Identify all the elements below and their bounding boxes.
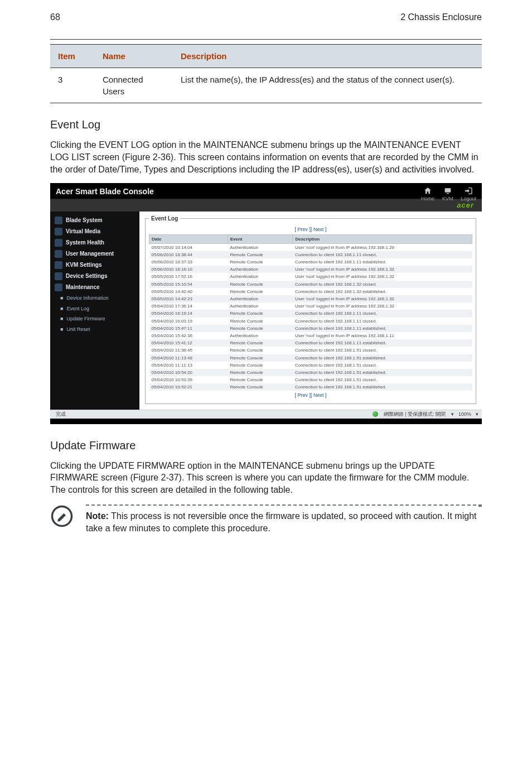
svg-rect-1 [447,193,449,194]
wrench-icon [55,284,62,291]
elog-cell-event: Remote Console [228,251,293,258]
elog-cell-desc: User 'root' logged in from IP address 19… [293,332,472,339]
status-net-label: 網際網路 | 受保護模式: 關閉 [384,411,446,418]
event-log-fieldset: Event Log [ Prev ][ Next ] Date Event De… [145,215,476,404]
elog-cell-date: 05/07/2010 10:14:04 [149,243,228,251]
console-title: Acer Smart Blade Console [56,186,154,198]
elog-cell-date: 05/04/2010 16:19:14 [149,310,228,317]
elog-cell-desc: Connection to client 192.168.1.32 closed… [293,281,472,288]
sidebar-sub-label: Unit Reset [66,326,90,333]
elog-row: 05/04/2010 10:54:20Remote ConsoleConnect… [149,369,472,376]
chapter-title: 2 Chassis Enclosure [400,11,482,23]
bullet-icon: ■ [60,315,63,323]
elog-row: 05/06/2010 18:38:44Remote ConsoleConnect… [149,251,472,258]
elog-cell-date: 05/04/2010 15:41:12 [149,339,228,347]
elog-cell-desc: Connection to client 192.168.1.11 closed… [293,318,472,325]
elog-cell-desc: Connection to client 192.168.1.11 closed… [293,310,472,317]
elog-cell-desc: Connection to client 192.168.1.51 establ… [293,369,472,376]
sidebar-label: System Health [66,239,104,247]
elog-cell-date: 05/04/2010 11:11:13 [149,362,228,369]
sidebar-label: KVM Settings [66,261,101,269]
elog-cell-event: Remote Console [228,318,293,325]
elog-row: 05/05/2010 15:10:54Remote ConsoleConnect… [149,281,472,288]
header-rule [50,39,482,40]
sidebar-item-device-settings[interactable]: Device Settings [50,271,139,282]
page-number: 68 [50,11,60,23]
elog-row: 05/04/2010 10:53:39Remote ConsoleConnect… [149,376,472,383]
sidebar-item-kvm-settings[interactable]: KVM Settings [50,260,139,271]
zoom-dropdown-icon[interactable]: ▾ [476,411,478,418]
elog-cell-event: Remote Console [228,383,293,391]
elog-cell-date: 05/04/2010 15:42:38 [149,332,228,339]
note-divider [86,504,482,507]
elog-cell-desc: Connection to client 192.168.1.51 closed… [293,376,472,383]
elog-cell-event: Remote Console [228,376,293,383]
sidebar-item-blade-system[interactable]: Blade System [50,215,139,226]
elog-row: 05/04/2010 17:36:14AuthenticationUser 'r… [149,302,472,310]
bullet-icon: ■ [60,295,63,302]
zoom-dropdown-icon[interactable]: ▾ [451,411,454,418]
event-log-legend: Event Log [149,215,180,223]
sidebar-sub-update-firmware[interactable]: ■Update Firmware [50,314,139,324]
elog-cell-event: Remote Console [228,362,293,369]
sidebar-item-maintenance[interactable]: Maintenance [50,282,139,293]
cell-item: 3 [50,68,95,103]
elog-th-desc: Description [293,234,472,243]
elog-cell-event: Remote Console [228,369,293,376]
update-firmware-paragraph: Clicking the UPDATE FIRMWARE option in t… [50,460,482,496]
logout-label: Logout [461,195,476,203]
elog-cell-date: 05/05/2010 14:42:23 [149,295,228,302]
elog-cell-desc: Connection to client 192.168.1.51 establ… [293,383,472,391]
event-log-heading: Event Log [50,117,482,132]
elog-cell-date: 05/04/2010 11:13:48 [149,354,228,362]
elog-cell-desc: Connection to client 192.168.1.32 establ… [293,288,472,295]
elog-row: 05/04/2010 16:03:19Remote ConsoleConnect… [149,318,472,325]
sidebar-sub-label: Event Log [66,305,89,313]
event-log-pager-top[interactable]: [ Prev ][ Next ] [149,226,472,233]
sidebar-label: Maintenance [66,284,100,291]
elog-cell-desc: User 'root' logged in from IP address 19… [293,243,472,251]
sidebar-sub-label: Update Firmware [66,315,105,323]
kvm-icon[interactable]: KVM [442,186,453,203]
brand-bar: acer [50,199,482,212]
bullet-icon: ■ [60,326,63,333]
elog-cell-date: 05/06/2010 18:38:44 [149,251,228,258]
sidebar-item-virtual-media[interactable]: Virtual Media [50,226,139,237]
elog-row: 05/04/2010 16:19:14Remote ConsoleConnect… [149,310,472,317]
elog-cell-desc: User 'root' logged in from IP address 19… [293,302,472,310]
console-sidebar: Blade System Virtual Media System Health… [50,212,139,410]
elog-cell-desc: User 'root' logged in from IP address 19… [293,266,472,273]
zoom-level[interactable]: 100% [458,411,471,418]
sidebar-item-user-management[interactable]: User Management [50,248,139,260]
elog-th-event: Event [228,234,293,243]
th-description: Description [173,45,482,68]
sidebar-sub-event-log[interactable]: ■Event Log [50,304,139,314]
media-icon [55,228,62,236]
elog-row: 05/05/2010 17:52:16AuthenticationUser 'r… [149,273,472,280]
home-label: Home [421,195,434,203]
elog-cell-date: 05/06/2010 18:37:33 [149,258,228,266]
sidebar-item-system-health[interactable]: System Health [50,237,139,248]
elog-row: 05/04/2010 11:13:48Remote ConsoleConnect… [149,354,472,362]
sidebar-sub-device-information[interactable]: ■Device Information [50,293,139,304]
console-top-icons: Home KVM Logout [421,186,476,203]
elog-row: 05/06/2010 18:37:33Remote ConsoleConnect… [149,258,472,266]
update-firmware-heading: Update Firmware [50,438,482,453]
elog-cell-desc: Connection to client 192.168.1.11 closed… [293,251,472,258]
sidebar-label: Virtual Media [66,228,100,236]
elog-cell-date: 05/04/2010 10:54:20 [149,369,228,376]
elog-row: 05/04/2010 11:36:45Remote ConsoleConnect… [149,347,472,354]
elog-row: 05/05/2010 14:42:40Remote ConsoleConnect… [149,288,472,295]
event-log-pager-bottom[interactable]: [ Prev ][ Next ] [149,392,472,399]
elog-cell-event: Remote Console [228,325,293,332]
elog-row: 05/04/2010 15:47:11Remote ConsoleConnect… [149,325,472,332]
elog-cell-date: 05/05/2010 14:42:40 [149,288,228,295]
cell-name: Connected Users [95,68,173,103]
logout-icon[interactable]: Logout [461,186,476,203]
sidebar-label: User Management [66,250,114,258]
page-header: 68 2 Chassis Enclosure [50,11,482,23]
sidebar-sub-label: Device Information [66,295,108,302]
elog-cell-date: 05/04/2010 16:03:19 [149,318,228,325]
home-icon[interactable]: Home [421,186,434,203]
sidebar-sub-unit-reset[interactable]: ■Unit Reset [50,324,139,335]
